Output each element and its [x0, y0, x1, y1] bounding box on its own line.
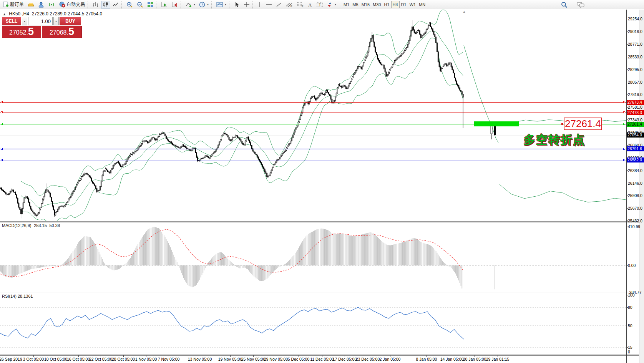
tile-windows-button[interactable] — [146, 1, 155, 8]
fibonacci-button[interactable]: F — [295, 1, 305, 8]
arrows-button[interactable]: ▾ — [325, 1, 338, 8]
candle-body — [443, 65, 444, 66]
tf-button-D1[interactable]: D1 — [400, 1, 408, 8]
bar-chart-button[interactable] — [91, 1, 100, 8]
candle-body — [183, 145, 184, 146]
hline-handle[interactable] — [623, 111, 625, 113]
candle-body — [386, 72, 387, 76]
text-label-button[interactable]: T — [315, 1, 325, 8]
volume-increase-button[interactable]: ▲ — [53, 17, 59, 25]
chat-button[interactable] — [575, 1, 586, 8]
candle-body — [332, 99, 332, 103]
horizontal-line-button[interactable] — [264, 1, 274, 8]
buy-price-box[interactable]: 27068. 5 — [42, 26, 82, 38]
volume-input[interactable] — [28, 17, 53, 25]
candle-body — [223, 133, 224, 135]
tf-button-M5[interactable]: M5 — [351, 1, 360, 8]
hline-handle[interactable] — [623, 159, 625, 161]
macd-panel-canvas[interactable] — [0, 222, 626, 292]
market-watch-button[interactable] — [26, 1, 36, 8]
candle-body — [90, 177, 91, 178]
auto-scroll-icon — [161, 2, 168, 8]
candle-body — [210, 156, 211, 158]
candle-body — [401, 54, 402, 56]
candle-body — [266, 172, 266, 174]
new-order-button[interactable]: 新订单 — [1, 1, 25, 8]
tf-button-H4[interactable]: H4 — [391, 1, 400, 8]
hline-handle[interactable] — [1, 101, 3, 103]
cursor-button[interactable] — [232, 1, 241, 8]
indicator-window-icon — [216, 2, 223, 8]
candle-body — [117, 161, 118, 162]
candle-body — [85, 174, 85, 174]
highlight-bar-object[interactable] — [474, 121, 519, 126]
chat-icon — [577, 2, 584, 8]
hline-handle[interactable] — [1, 111, 3, 113]
rsi-line — [0, 307, 464, 339]
candle-body — [136, 151, 136, 152]
tf-button-M15[interactable]: M15 — [360, 1, 371, 8]
tf-button-M30[interactable]: M30 — [371, 1, 382, 8]
candle-body — [179, 148, 179, 148]
vertical-line-button[interactable] — [256, 1, 264, 8]
indicator-window-button[interactable]: ▾ — [215, 1, 228, 8]
candlestick-chart-button[interactable] — [101, 1, 110, 8]
hline-handle[interactable] — [623, 101, 625, 103]
candle-body — [241, 140, 241, 142]
zoom-in-icon — [126, 2, 133, 8]
turning-point-annotation[interactable]: 多空转折点 — [524, 132, 585, 148]
candle-body — [16, 195, 17, 198]
candle-body — [209, 158, 210, 158]
new-order-icon — [3, 2, 9, 8]
text-button[interactable]: A — [306, 1, 314, 8]
candle-body — [144, 141, 145, 141]
candle-body — [132, 153, 133, 155]
chart-shift-button[interactable] — [170, 1, 179, 8]
periods-button[interactable]: ▾ — [198, 1, 210, 8]
hline-handle[interactable] — [623, 123, 625, 125]
trendline-button[interactable] — [274, 1, 284, 8]
zoom-out-button[interactable] — [135, 1, 145, 8]
candle-body — [177, 146, 178, 147]
candle-body — [437, 43, 438, 52]
collapse-icon[interactable]: ▲ — [3, 12, 6, 16]
tf-button-H1[interactable]: H1 — [382, 1, 391, 8]
candle-body — [246, 138, 247, 141]
candle-body — [173, 144, 174, 145]
rsi-panel-canvas[interactable] — [0, 293, 626, 355]
auto-scroll-button[interactable] — [159, 1, 169, 8]
auto-trading-label: 自动交易 — [66, 1, 85, 8]
accounts-button[interactable] — [37, 1, 46, 8]
signals-button[interactable] — [47, 1, 56, 8]
sell-price-box[interactable]: 27052. 5 — [2, 26, 41, 38]
hline-handle[interactable] — [1, 123, 3, 125]
candle-body — [454, 73, 455, 78]
price-axis-label: 28057.0 — [628, 80, 642, 85]
buy-button[interactable]: BUY — [60, 17, 81, 25]
tf-button-M1[interactable]: M1 — [342, 1, 351, 8]
candle-body — [430, 23, 431, 27]
line-chart-button[interactable] — [111, 1, 120, 8]
zoom-in-button[interactable] — [125, 1, 134, 8]
add-indicator-button[interactable]: ▾ — [184, 1, 197, 8]
candle-body — [292, 135, 293, 138]
auto-trading-button[interactable]: 自动交易 — [57, 1, 86, 8]
candle-body — [3, 190, 4, 191]
volume-decrease-button[interactable]: ▼ — [22, 17, 27, 25]
sell-button[interactable]: SELL — [2, 17, 21, 25]
candle-body — [234, 137, 235, 138]
crosshair-icon — [244, 2, 250, 8]
hline-handle[interactable] — [1, 148, 3, 150]
price-label-box[interactable]: 27261.4 — [564, 118, 602, 130]
search-button[interactable] — [559, 1, 569, 8]
tf-button-MN[interactable]: MN — [417, 1, 427, 8]
price-axis-label: 25670.0 — [628, 206, 642, 211]
main-chart-canvas[interactable] — [0, 10, 626, 221]
tf-button-W1[interactable]: W1 — [408, 1, 418, 8]
candle-body — [159, 134, 160, 136]
channel-button[interactable]: E — [284, 1, 294, 8]
candle-body — [134, 152, 135, 153]
hline-handle[interactable] — [1, 159, 3, 161]
crosshair-button[interactable] — [242, 1, 251, 8]
hline-handle[interactable] — [623, 148, 625, 150]
